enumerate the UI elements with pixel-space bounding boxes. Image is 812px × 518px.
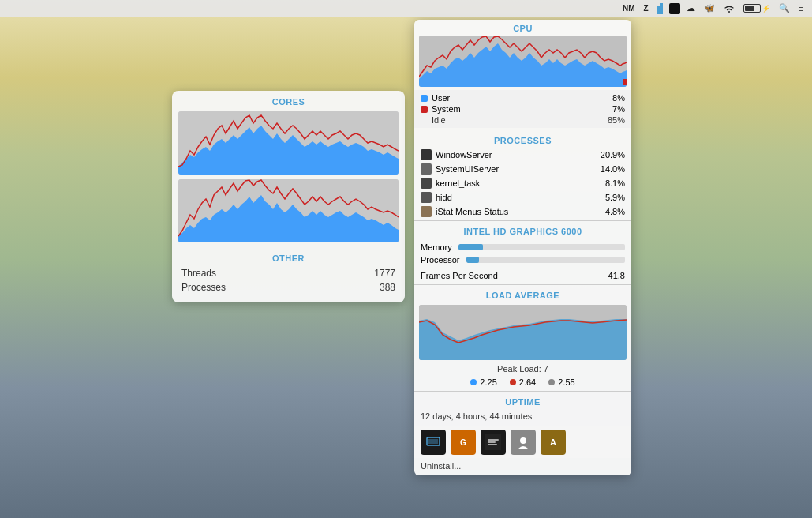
load-val2: 2.64	[510, 377, 536, 387]
process-row-4: iStat Menus Status 4.8%	[414, 205, 631, 219]
divider3	[414, 284, 631, 285]
system-label: System	[432, 104, 461, 114]
nm-icon: NM	[620, 4, 638, 13]
windowserver-icon	[421, 149, 432, 160]
system-dot	[421, 106, 428, 113]
idle-row: Idle 85%	[421, 114, 625, 126]
process-row-0: WindowServer 20.9%	[414, 148, 631, 162]
memory-gpu-label: Memory	[421, 242, 452, 252]
memory-bar-fill	[458, 244, 484, 250]
search-icon[interactable]: 🔍	[776, 3, 792, 13]
divider1	[414, 130, 631, 130]
bottom-icon-1[interactable]: G	[451, 430, 476, 455]
user-label: User	[432, 93, 450, 103]
process-name-3: hidd	[436, 193, 452, 202]
process-row-2: kernel_task 8.1%	[414, 176, 631, 190]
threads-row: Threads 1777	[181, 266, 395, 280]
process-name-1: SystemUIServer	[436, 164, 499, 174]
idle-value: 85%	[608, 115, 625, 125]
cloud-icon[interactable]: ☁	[684, 3, 698, 13]
system-row: System 7%	[421, 103, 625, 114]
system-value: 7%	[612, 104, 625, 114]
process-row-3: hidd 5.9%	[414, 190, 631, 205]
load-val3: 2.55	[548, 377, 574, 387]
cpu-mini-icon[interactable]	[655, 3, 665, 14]
gpu-section: Memory Processor	[414, 238, 631, 268]
svg-point-15	[520, 437, 526, 444]
process-name-0: WindowServer	[436, 150, 492, 160]
processes-label: Processes	[181, 282, 226, 293]
systemuiserver-icon	[421, 163, 432, 175]
core1-graph	[178, 111, 399, 175]
uninstall-row: Uninstall...	[414, 458, 631, 475]
load-dot-1	[470, 379, 477, 385]
user-row: User 8%	[421, 92, 625, 103]
istat-icon	[421, 206, 432, 217]
black-square-icon[interactable]	[669, 3, 680, 14]
butterfly-icon[interactable]: 🦋	[702, 3, 717, 13]
fps-row: Frames Per Second 41.8	[414, 268, 631, 283]
hidd-icon	[421, 192, 432, 203]
process-value-3: 5.9%	[605, 193, 625, 202]
processes-value: 388	[380, 282, 395, 293]
core2-graph	[178, 179, 399, 242]
memory-gpu-row: Memory	[421, 241, 625, 253]
process-value-2: 8.1%	[605, 178, 625, 188]
processor-gpu-row: Processor	[421, 253, 625, 266]
intel-header: INTEL HD GRAPHICS 6000	[414, 223, 631, 238]
bottom-icon-0[interactable]	[421, 430, 446, 455]
bottom-icon-4[interactable]: A	[541, 430, 566, 455]
process-row-1: SystemUIServer 14.0%	[414, 162, 631, 176]
svg-text:A: A	[550, 437, 556, 447]
load-graph	[419, 305, 627, 360]
svg-rect-11	[488, 439, 499, 441]
threads-label: Threads	[181, 268, 216, 279]
cores-panel: CORES OTHER Threads 1777 Processes 388	[172, 91, 405, 302]
battery-icon[interactable]: ⚡	[741, 4, 773, 13]
load-dot-3	[548, 379, 555, 385]
svg-rect-7	[428, 439, 438, 444]
bottom-icon-3[interactable]	[511, 430, 536, 455]
bottom-icon-2[interactable]	[481, 430, 506, 455]
fps-label: Frames Per Second	[421, 271, 498, 280]
z-icon: Z	[641, 4, 650, 13]
idle-label: Idle	[421, 115, 446, 125]
cores-title: CORES	[172, 91, 405, 111]
kerneltask-icon	[421, 178, 432, 189]
processor-bar-fill	[466, 257, 479, 263]
load-header: LOAD AVERAGE	[414, 287, 631, 302]
load-indicators: 2.25 2.64 2.55	[414, 375, 631, 389]
svg-rect-13	[488, 444, 497, 445]
cpu-main-graph	[419, 36, 627, 87]
wifi-icon[interactable]	[721, 4, 737, 13]
load-dot-2	[510, 379, 516, 385]
process-name-2: kernel_task	[436, 178, 480, 188]
divider4	[414, 391, 631, 392]
svg-rect-12	[488, 441, 496, 443]
fps-value: 41.8	[608, 271, 625, 280]
user-value: 8%	[612, 93, 625, 103]
processor-bar-container	[466, 257, 625, 263]
stats-panel: CPU User 8% System 7% Idle	[414, 20, 631, 475]
other-title: OTHER	[181, 250, 395, 266]
uptime-header: UPTIME	[414, 393, 631, 409]
load-val1: 2.25	[470, 377, 496, 387]
load-value-1: 2.25	[480, 377, 496, 387]
menu-icon[interactable]: ≡	[796, 4, 806, 13]
cpu-header: CPU	[414, 20, 631, 36]
cpu-stats: User 8% System 7% Idle 85%	[414, 90, 631, 128]
peak-load: Peak Load: 7	[414, 362, 631, 375]
process-name-4: iStat Menus Status	[436, 207, 508, 216]
processes-header: PROCESSES	[414, 132, 631, 148]
memory-bar-container	[458, 244, 625, 250]
background	[0, 0, 812, 518]
svg-rect-3	[623, 79, 627, 85]
processor-gpu-label: Processor	[421, 255, 460, 265]
other-section: OTHER Threads 1777 Processes 388	[172, 247, 405, 295]
uninstall-label[interactable]: Uninstall...	[421, 461, 461, 471]
bottom-icons: G A	[414, 426, 631, 458]
svg-text:G: G	[460, 438, 466, 447]
process-value-0: 20.9%	[601, 150, 625, 160]
threads-value: 1777	[374, 268, 395, 279]
load-value-3: 2.55	[558, 377, 574, 387]
